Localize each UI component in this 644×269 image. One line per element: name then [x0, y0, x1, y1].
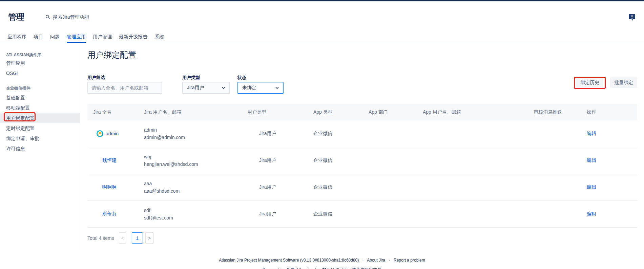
status-select[interactable]: 未绑定 [237, 82, 284, 94]
search-icon [45, 15, 50, 19]
user-fullname-link[interactable]: 魏恒建 [102, 157, 117, 164]
app-type-cell: 企业微信 [313, 131, 369, 137]
admin-header: 管理 [0, 1, 644, 33]
table-row: 斯蒂芬 sdf sdf@test.com Jira用户 企业微信 编辑 [87, 201, 637, 228]
footer-version: (v8.13.0#813000-sha1:8c68d80) [300, 258, 359, 263]
email-text: admin@admin.com [144, 134, 247, 141]
footer-product-link[interactable]: Project Management Software [244, 258, 299, 263]
user-type-group: 用户类型 Jira用户 [182, 75, 230, 94]
table-row: admin admin admin@admin.com Jira用户 企业微信 … [87, 120, 637, 147]
col-audit-message-push: 审核消息推送 [534, 109, 587, 115]
tab-user-management[interactable]: 用户管理 [93, 33, 112, 43]
app-type-cell: 企业微信 [313, 211, 369, 217]
sidebar-item-license-info[interactable]: 许可信息 [0, 143, 80, 154]
tab-issues[interactable]: 问题 [50, 33, 60, 43]
username-email-cell: sdf sdf@test.com [144, 207, 247, 222]
sidebar-section-wecom-plugin: 企业微信插件 [0, 86, 80, 91]
username-email-cell: aaa aaa@shdsd.com [144, 180, 247, 195]
username-text: sdf [144, 207, 247, 214]
user-type-cell: Jira用户 [247, 211, 313, 217]
footer-line-1: Atlassian Jira Project Management Softwa… [0, 258, 644, 263]
user-binding-table: Jira 全名 Jira 用户名、邮箱 用户类型 App 类型 App 部门 A… [87, 104, 637, 228]
edit-link[interactable]: 编辑 [587, 131, 596, 136]
username-text: aaa [144, 180, 247, 187]
sidebar-item-scheduled-binding-config[interactable]: 定时绑定配置 [0, 123, 80, 133]
sidebar-item-mobile-config[interactable]: 移动端配置 [0, 103, 80, 113]
sidebar-item-osgi[interactable]: OSGi [0, 68, 80, 78]
edit-link[interactable]: 编辑 [587, 184, 596, 190]
footer-separator: · [362, 258, 364, 263]
user-avatar [97, 130, 103, 137]
tab-latest-upgrade-report[interactable]: 最新升级报告 [119, 33, 147, 43]
user-filter-group: 用户筛选 [87, 75, 162, 94]
feedback-icon[interactable] [629, 14, 635, 21]
sidebar-item-basic-config[interactable]: 基础配置 [0, 93, 80, 103]
fullname-cell: admin [87, 130, 144, 137]
app-type-cell: 企业微信 [313, 157, 369, 164]
status-label: 状态 [237, 75, 284, 80]
fullname-cell: 啊啊啊 [87, 184, 144, 190]
tab-system[interactable]: 系统 [154, 33, 164, 43]
sidebar-item-label: 用户绑定配置 [6, 115, 35, 121]
col-user-type: 用户类型 [247, 109, 313, 115]
username-text: whj [144, 153, 247, 160]
user-fullname-link[interactable]: 啊啊啊 [102, 184, 117, 190]
batch-binding-button[interactable]: 批量绑定 [610, 77, 637, 88]
email-text: aaa@shdsd.com [144, 187, 247, 195]
sidebar-item-user-binding-config[interactable]: 用户绑定配置 [0, 113, 80, 123]
tab-applications[interactable]: 应用程序 [7, 33, 26, 43]
annotation-red-box-binding-history: 绑定历史 [574, 77, 606, 89]
user-fullname-link[interactable]: admin [106, 131, 119, 136]
admin-tab-bar: 应用程序 项目 问题 管理应用 用户管理 最新升级报告 系统 [0, 33, 644, 43]
col-app-username-email: App 用户名、邮箱 [423, 109, 534, 115]
user-fullname-link[interactable]: 斯蒂芬 [102, 211, 117, 217]
prev-page-button[interactable]: < [119, 232, 126, 244]
page-app-title: 管理 [8, 12, 24, 22]
edit-link[interactable]: 编辑 [587, 157, 596, 163]
footer-separator: · [389, 258, 390, 263]
user-type-value: Jira用户 [187, 85, 204, 91]
sidebar-item-binding-request-approval[interactable]: 绑定申请、审批 [0, 133, 80, 143]
sidebar-item-manage-apps[interactable]: 管理应用 [0, 58, 80, 68]
user-type-label: 用户类型 [182, 75, 230, 80]
binding-history-button[interactable]: 绑定历史 [576, 78, 603, 88]
page-title: 用户绑定配置 [87, 50, 637, 60]
tab-projects[interactable]: 项目 [34, 33, 43, 43]
user-type-cell: Jira用户 [247, 157, 313, 164]
status-group: 状态 未绑定 [237, 75, 284, 94]
pagination: Total 4 items < 1 > [87, 232, 637, 244]
col-jira-username-email: Jira 用户名、邮箱 [144, 109, 247, 115]
admin-sidebar: ATLASSIAN插件库 管理应用 OSGi 企业微信插件 基础配置 移动端配置… [0, 43, 80, 250]
admin-quicksearch [45, 14, 131, 20]
next-page-button[interactable]: > [145, 232, 154, 244]
user-type-cell: Jira用户 [247, 131, 313, 137]
col-app-type: App 类型 [313, 109, 369, 115]
col-jira-fullname: Jira 全名 [87, 109, 144, 115]
edit-link[interactable]: 编辑 [587, 211, 596, 216]
fullname-cell: 魏恒建 [87, 157, 144, 164]
user-type-cell: Jira用户 [247, 184, 313, 190]
table-row: 魏恒建 whj hengjian.wei@shdsd.com Jira用户 企业… [87, 147, 637, 174]
table-header-row: Jira 全名 Jira 用户名、邮箱 用户类型 App 类型 App 部门 A… [87, 104, 637, 120]
col-app-department: App 部门 [369, 109, 423, 115]
page-footer: Atlassian Jira Project Management Softwa… [0, 258, 644, 269]
footer-report-link[interactable]: Report a problem [394, 258, 425, 263]
user-filter-input[interactable] [87, 82, 162, 94]
tab-manage-apps[interactable]: 管理应用 [67, 33, 86, 43]
app-type-cell: 企业微信 [313, 184, 369, 190]
fullname-cell: 斯蒂芬 [87, 211, 144, 217]
user-type-select[interactable]: Jira用户 [182, 82, 230, 94]
footer-about-link[interactable]: About Jira [367, 258, 385, 263]
table-row: 啊啊啊 aaa aaa@shdsd.com Jira用户 企业微信 编辑 [87, 174, 637, 201]
chevron-down-icon [275, 87, 279, 89]
page-1-button[interactable]: 1 [132, 232, 143, 244]
col-operations: 操作 [587, 109, 637, 115]
filter-toolbar: 用户筛选 用户类型 Jira用户 状态 未绑定 [87, 75, 637, 94]
main-content: 用户绑定配置 用户筛选 用户类型 Jira用户 状态 未绑定 [80, 43, 644, 250]
sidebar-section-atlassian-marketplace: ATLASSIAN插件库 [0, 53, 80, 57]
footer-license-text: Powered by 免费 Atlassian Jira 的评估许可证，请考虑使… [0, 267, 644, 269]
username-email-cell: admin admin@admin.com [144, 126, 247, 141]
toolbar-actions: 绑定历史 批量绑定 [574, 77, 637, 89]
search-input[interactable] [53, 14, 131, 20]
username-email-cell: whj hengjian.wei@shdsd.com [144, 153, 247, 168]
